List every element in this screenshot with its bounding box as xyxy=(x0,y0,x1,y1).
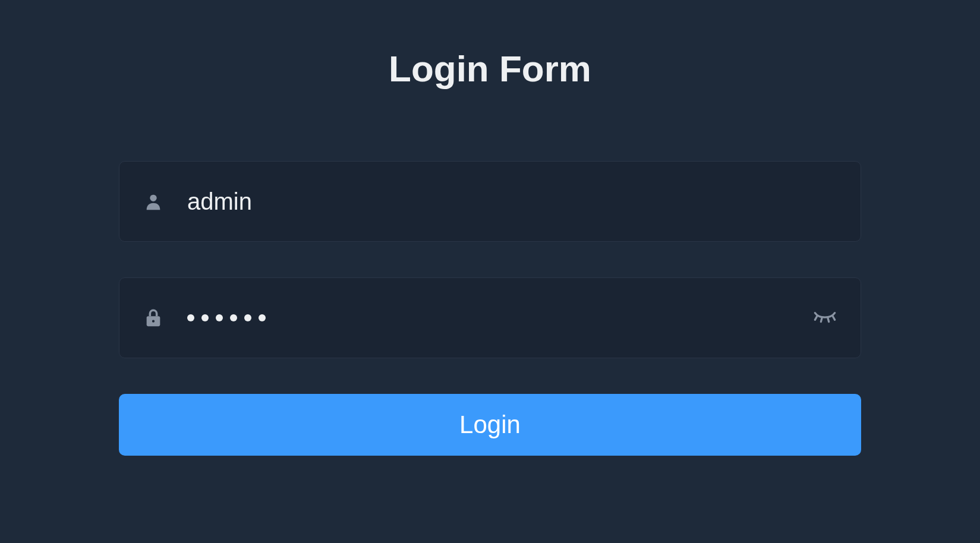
svg-point-2 xyxy=(152,320,155,323)
svg-line-4 xyxy=(821,318,822,321)
svg-point-0 xyxy=(150,195,156,201)
eye-closed-icon[interactable] xyxy=(813,306,837,330)
login-form-container: Login Form xyxy=(0,0,980,456)
svg-line-3 xyxy=(815,317,817,320)
lock-icon xyxy=(143,308,163,328)
password-input[interactable] xyxy=(187,314,813,321)
svg-line-6 xyxy=(833,317,834,320)
svg-line-5 xyxy=(828,318,829,321)
username-input[interactable] xyxy=(187,188,837,215)
username-input-group xyxy=(119,161,861,242)
user-icon xyxy=(143,191,163,211)
login-button[interactable]: Login xyxy=(119,394,861,456)
password-input-group xyxy=(119,277,861,358)
page-title: Login Form xyxy=(119,48,861,90)
